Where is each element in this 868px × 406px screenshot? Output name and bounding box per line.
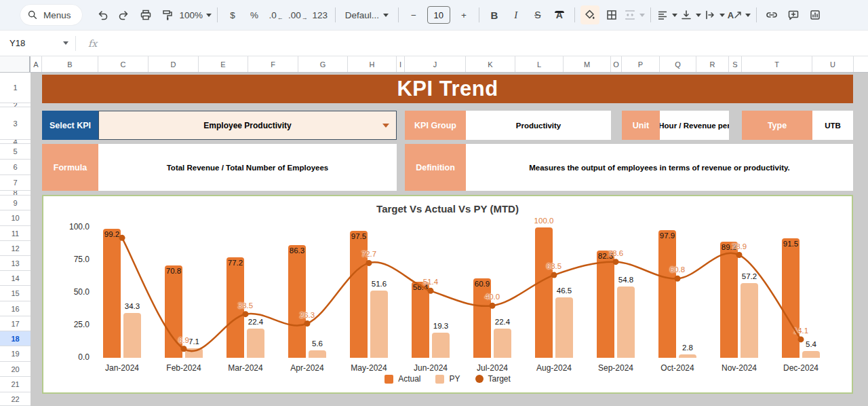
actual-data-label: 77.2 <box>228 259 243 267</box>
row-header-9[interactable]: 9 <box>0 196 31 210</box>
row-header-8[interactable]: 8 <box>0 191 31 196</box>
row-header-6[interactable]: 6 <box>0 160 31 175</box>
fill-color-icon <box>584 9 596 21</box>
increase-font-size-button[interactable]: + <box>454 5 473 24</box>
vertical-align-button[interactable] <box>680 5 701 24</box>
column-header-K[interactable]: K <box>466 56 515 72</box>
row-header-22[interactable]: 22 <box>0 392 31 406</box>
legend-swatch <box>435 375 444 384</box>
column-header-E[interactable]: E <box>199 56 248 72</box>
decrease-decimal-label: .0 <box>269 10 276 20</box>
bold-label: B <box>490 10 498 21</box>
more-formats-button[interactable]: 123 <box>311 5 330 24</box>
divider <box>217 7 218 22</box>
column-header-U[interactable]: U <box>812 56 854 72</box>
x-axis-label: Jun-2024 <box>400 363 461 373</box>
print-button[interactable] <box>136 5 155 24</box>
column-header-F[interactable]: F <box>248 56 298 72</box>
redo-button[interactable] <box>115 5 134 24</box>
borders-button[interactable] <box>602 5 621 24</box>
column-header-B[interactable]: B <box>42 56 98 72</box>
chevron-down-icon[interactable] <box>63 41 68 45</box>
column-header-R[interactable]: R <box>696 56 729 72</box>
name-box[interactable]: Y18 <box>0 38 60 48</box>
column-header-M[interactable]: M <box>564 56 611 72</box>
currency-format-button[interactable]: $ <box>223 5 242 24</box>
font-select[interactable]: Defaul... <box>341 5 393 24</box>
row-header-1[interactable]: 1 <box>0 73 31 103</box>
arrow-left-icon: ← <box>277 14 283 21</box>
percent-format-button[interactable]: % <box>245 5 264 24</box>
select-all-corner[interactable] <box>0 56 31 72</box>
column-header-C[interactable]: C <box>98 56 149 72</box>
column-header-S[interactable]: S <box>729 56 742 72</box>
row-header-18[interactable]: 18 <box>0 331 31 346</box>
text-color-button[interactable]: A <box>550 5 569 24</box>
column-header-I[interactable]: I <box>397 56 405 72</box>
column-header-A[interactable]: A <box>31 56 42 72</box>
row-header-13[interactable]: 13 <box>0 256 31 271</box>
insert-comment-button[interactable] <box>784 5 803 24</box>
row-header-3[interactable]: 3 <box>0 107 31 140</box>
legend-swatch <box>384 375 393 384</box>
unit-label: Unit <box>622 111 660 140</box>
text-rotation-button[interactable]: A <box>728 5 751 24</box>
formula-input[interactable] <box>97 31 868 56</box>
row-header-12[interactable]: 12 <box>0 241 31 256</box>
merge-cells-button[interactable] <box>624 5 645 24</box>
horizontal-align-button[interactable] <box>656 5 677 24</box>
decrease-decimal-button[interactable]: .0← <box>267 5 285 24</box>
zoom-select[interactable]: 100% <box>180 5 212 24</box>
increase-decimal-button[interactable]: .00→ <box>288 5 308 24</box>
sheet-grid[interactable]: KPI Trend Select KPI Employee Productivi… <box>31 73 868 406</box>
row-header-21[interactable]: 21 <box>0 377 31 392</box>
undo-button[interactable] <box>93 5 112 24</box>
row-header-15[interactable]: 15 <box>0 286 31 301</box>
row-header-19[interactable]: 19 <box>0 346 31 362</box>
column-header-T[interactable]: T <box>742 56 812 72</box>
chart-bar-py <box>741 283 758 358</box>
row-header-14[interactable]: 14 <box>0 271 31 286</box>
row-header-7[interactable]: 7 <box>0 175 31 191</box>
strikethrough-button[interactable]: S <box>528 5 547 24</box>
paint-format-icon <box>161 9 174 21</box>
column-header-Q[interactable]: Q <box>660 56 696 72</box>
row-header-17[interactable]: 17 <box>0 316 31 331</box>
row-header-16[interactable]: 16 <box>0 301 31 316</box>
row-header-5[interactable]: 5 <box>0 144 31 160</box>
column-header-P[interactable]: P <box>622 56 660 72</box>
column-header-D[interactable]: D <box>149 56 199 72</box>
row-header-11[interactable]: 11 <box>0 226 31 241</box>
column-header-O[interactable]: O <box>611 56 622 72</box>
column-header-L[interactable]: L <box>515 56 564 72</box>
menus-search-button[interactable]: Menus <box>20 5 82 25</box>
fill-color-button[interactable] <box>580 5 599 24</box>
arrow-right-icon: → <box>302 14 308 21</box>
actual-data-label: 86.3 <box>290 246 304 255</box>
row-header-10[interactable]: 10 <box>0 210 31 226</box>
x-axis-label: Dec-2024 <box>770 363 831 373</box>
legend-label: Target <box>488 374 511 384</box>
kpi-select-dropdown[interactable]: Employee Productivity <box>98 111 397 140</box>
actual-data-label: 99.2 <box>104 230 119 238</box>
row-header-20[interactable]: 20 <box>0 362 31 377</box>
target-data-label: 72.7 <box>361 250 376 258</box>
kpi-chart[interactable]: Target Vs Actual Vs PY (MTD) 100.075.050… <box>42 195 853 394</box>
divider <box>398 7 399 22</box>
column-header-H[interactable]: H <box>348 56 397 72</box>
column-header-G[interactable]: G <box>298 56 348 72</box>
actual-data-label: 97.5 <box>351 232 366 240</box>
paint-format-button[interactable] <box>158 5 177 24</box>
divider <box>756 7 757 22</box>
insert-chart-button[interactable] <box>806 5 825 24</box>
decrease-font-size-button[interactable]: − <box>404 5 423 24</box>
actual-data-label: 60.9 <box>475 280 490 288</box>
chart-bar-actual <box>103 229 121 358</box>
column-header-J[interactable]: J <box>405 56 466 72</box>
insert-link-button[interactable] <box>762 5 781 24</box>
text-wrap-button[interactable] <box>704 5 725 24</box>
italic-button[interactable]: I <box>507 5 526 24</box>
bold-button[interactable]: B <box>485 5 504 24</box>
py-data-label: 5.6 <box>312 339 323 348</box>
font-size-input[interactable]: 10 <box>427 6 450 24</box>
